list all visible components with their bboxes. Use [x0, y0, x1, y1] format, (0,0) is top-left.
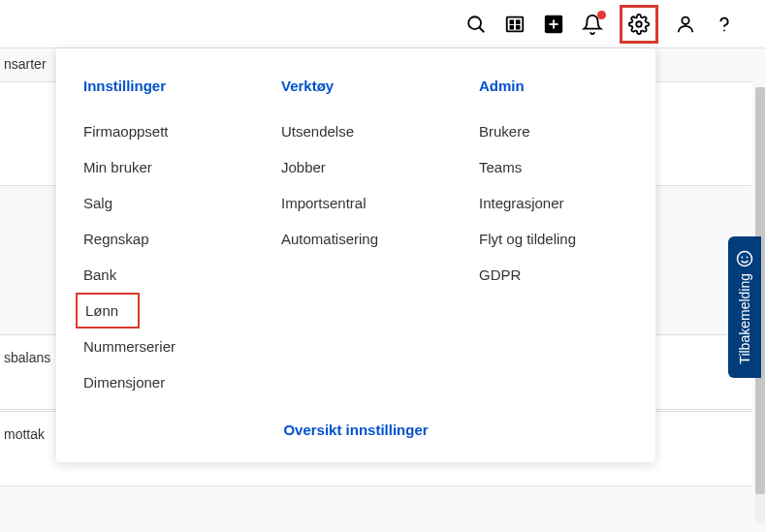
svg-point-12 [723, 29, 725, 31]
item-gdpr[interactable]: GDPR [479, 257, 628, 293]
column-header: Innstillinger [83, 78, 233, 94]
dropdown-footer: Oversikt innstillinger [83, 418, 628, 439]
add-icon[interactable] [542, 13, 565, 36]
settings-dropdown: Innstillinger Firmaoppsett Min bruker Sa… [56, 48, 655, 462]
column-verktoy: Verktøy Utsendelse Jobber Importsentral … [281, 78, 430, 400]
svg-rect-5 [510, 25, 513, 28]
feedback-label: Tilbakemelding [737, 273, 752, 364]
company-icon[interactable] [503, 13, 526, 36]
item-jobber[interactable]: Jobber [281, 149, 430, 185]
svg-rect-4 [517, 20, 520, 23]
bg-label: nsarter [4, 56, 47, 72]
column-admin: Admin Brukere Teams Integrasjoner Flyt o… [479, 78, 628, 400]
item-salg[interactable]: Salg [83, 185, 233, 221]
item-nummerserier[interactable]: Nummerserier [83, 329, 233, 364]
column-innstillinger: Innstillinger Firmaoppsett Min bruker Sa… [83, 78, 233, 400]
bg-label: sbalans [4, 350, 50, 365]
item-bank[interactable]: Bank [83, 257, 233, 293]
settings-icon[interactable] [620, 5, 658, 44]
svg-rect-6 [517, 25, 520, 28]
content-area: nsarter sbalans mottak Innstillinger Fir… [0, 48, 765, 532]
item-firmaoppsett[interactable]: Firmaoppsett [83, 113, 233, 149]
smiley-icon [736, 250, 753, 267]
svg-rect-2 [507, 16, 524, 31]
item-dimensjoner[interactable]: Dimensjoner [83, 364, 233, 400]
svg-point-0 [468, 16, 481, 29]
item-integrasjoner[interactable]: Integrasjoner [479, 185, 628, 221]
help-icon[interactable] [713, 13, 736, 36]
svg-point-13 [738, 252, 752, 266]
dropdown-columns: Innstillinger Firmaoppsett Min bruker Sa… [83, 78, 628, 400]
notifications-icon[interactable] [581, 13, 604, 36]
svg-rect-3 [510, 20, 513, 23]
column-header: Admin [479, 78, 628, 94]
bg-label: mottak [4, 426, 45, 442]
feedback-tab[interactable]: Tilbakemelding [728, 236, 761, 378]
item-lonn[interactable]: Lønn [76, 293, 140, 329]
item-teams[interactable]: Teams [479, 149, 628, 185]
column-header: Verktøy [281, 78, 430, 94]
item-brukere[interactable]: Brukere [479, 113, 628, 149]
svg-point-15 [747, 257, 749, 259]
profile-icon[interactable] [674, 13, 697, 36]
notification-dot [597, 11, 606, 19]
svg-point-14 [741, 257, 743, 259]
svg-point-10 [636, 21, 642, 27]
svg-line-1 [479, 27, 484, 32]
header-toolbar [0, 0, 765, 48]
oversikt-innstillinger-link[interactable]: Oversikt innstillinger [283, 422, 428, 438]
item-flyt-og-tildeling[interactable]: Flyt og tildeling [479, 221, 628, 257]
svg-point-11 [682, 16, 688, 23]
search-icon[interactable] [464, 13, 488, 36]
item-min-bruker[interactable]: Min bruker [83, 149, 233, 185]
item-utsendelse[interactable]: Utsendelse [281, 113, 430, 149]
item-importsentral[interactable]: Importsentral [281, 185, 430, 221]
item-regnskap[interactable]: Regnskap [83, 221, 233, 257]
item-automatisering[interactable]: Automatisering [281, 221, 430, 257]
